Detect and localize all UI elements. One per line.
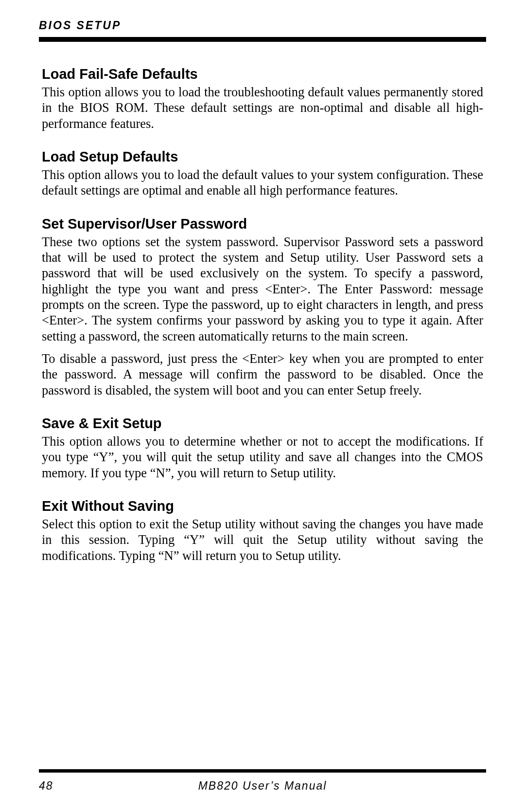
section-heading: Exit Without Saving [42, 498, 483, 514]
content-area: Load Fail-Safe Defaults This option allo… [39, 66, 486, 563]
section-paragraph: This option allows you to load the troub… [42, 84, 483, 131]
section-heading: Save & Exit Setup [42, 415, 483, 432]
footer-title: MB820 User’s Manual [39, 779, 486, 793]
header-label: BIOS SETUP [39, 19, 486, 32]
footer-row: 48 MB820 User’s Manual [39, 779, 486, 793]
page-footer: 48 MB820 User’s Manual [39, 769, 486, 793]
section-heading: Load Setup Defaults [42, 149, 483, 165]
header-rule [39, 37, 486, 42]
section-paragraph: These two options set the system passwor… [42, 234, 483, 344]
section-heading: Load Fail-Safe Defaults [42, 66, 483, 82]
section-paragraph: This option allows you to determine whet… [42, 433, 483, 481]
section-paragraph: To disable a password, just press the <E… [42, 351, 483, 398]
section-paragraph: This option allows you to load the defau… [42, 167, 483, 198]
section-paragraph: Select this option to exit the Setup uti… [42, 516, 483, 563]
section-heading: Set Supervisor/User Password [42, 216, 483, 232]
footer-rule [39, 769, 486, 773]
